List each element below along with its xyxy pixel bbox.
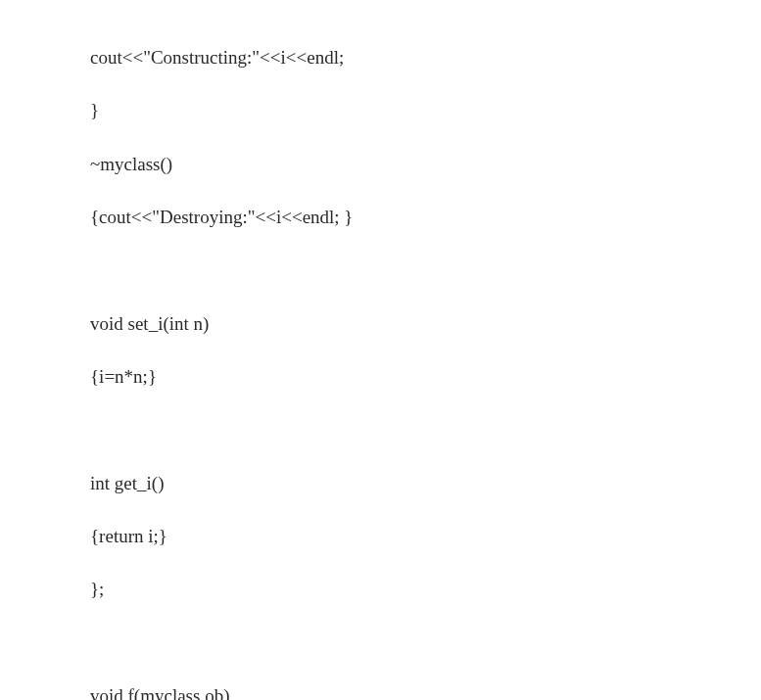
code-line: int get_i() <box>90 470 761 496</box>
code-line: cout<<"Constructing:"<<i<<endl; <box>90 44 761 70</box>
code-snippet: cout<<"Constructing:"<<i<<endl; } ~mycla… <box>90 18 761 700</box>
code-line <box>90 416 761 443</box>
code-line: }; <box>90 576 761 602</box>
code-line: {cout<<"Destroying:"<<i<<endl; } <box>90 204 761 230</box>
code-line: {i=n*n;} <box>90 363 761 390</box>
code-line: } <box>90 97 761 123</box>
code-line: {return i;} <box>90 523 761 549</box>
code-line: void f(myclass ob) <box>90 682 761 700</box>
code-line: ~myclass() <box>90 151 761 177</box>
code-line <box>90 630 761 656</box>
code-line: void set_i(int n) <box>90 310 761 337</box>
code-line <box>90 257 761 283</box>
